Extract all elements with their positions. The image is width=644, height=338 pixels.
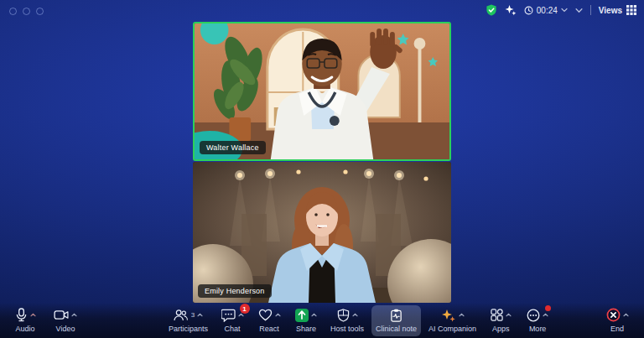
chevron-up-icon[interactable] [238, 313, 244, 317]
chat-bubble-icon [221, 309, 236, 322]
audio-button[interactable]: Audio [8, 305, 42, 336]
close-window-button[interactable] [9, 8, 17, 15]
video-tile-walter-wallace[interactable]: Walter Wallace [193, 22, 451, 161]
more-label: More [529, 325, 547, 333]
chevron-up-icon[interactable] [197, 313, 203, 317]
meeting-timer-value: 00:24 [537, 6, 558, 15]
end-label: End [610, 325, 624, 333]
react-button[interactable]: React [252, 305, 286, 336]
ai-companion-sparkle-icon[interactable] [505, 4, 517, 16]
chevron-up-icon[interactable] [352, 313, 358, 317]
video-label: Video [56, 325, 75, 333]
collapse-chevron-icon[interactable] [575, 8, 583, 13]
more-notification-dot [545, 305, 551, 311]
video-button[interactable]: Video [49, 305, 82, 336]
apps-label: Apps [492, 325, 510, 333]
ai-companion-button[interactable]: AI Companion [424, 305, 480, 336]
clinical-note-button[interactable]: Clinical note [371, 305, 421, 336]
chevron-up-icon[interactable] [543, 313, 548, 317]
end-button[interactable]: End [600, 305, 634, 336]
chat-label: Chat [225, 325, 241, 333]
toolbar-left-group: Audio Video [8, 305, 82, 336]
clock-icon [524, 6, 533, 15]
audio-label: Audio [15, 325, 34, 333]
share-button[interactable]: Share [289, 305, 323, 336]
chevron-up-icon[interactable] [311, 313, 317, 317]
chevron-up-icon[interactable] [459, 313, 465, 317]
ai-companion-label: AI Companion [428, 325, 476, 333]
more-button[interactable]: More [521, 305, 554, 336]
maximize-window-button[interactable] [36, 8, 44, 15]
participant-name-tag: Emily Henderson [198, 284, 272, 298]
video-feed-emily [193, 162, 451, 303]
meeting-toolbar: Audio Video [0, 303, 644, 338]
views-button[interactable]: Views [599, 5, 636, 15]
chevron-down-icon [561, 8, 568, 13]
clinical-note-icon [390, 309, 402, 322]
host-tools-button[interactable]: Host tools [326, 305, 368, 336]
chevron-up-icon[interactable] [506, 313, 512, 317]
grid-views-icon [626, 5, 636, 15]
ellipsis-icon [527, 309, 540, 322]
chevron-up-icon[interactable] [623, 313, 629, 317]
shield-icon [337, 309, 350, 322]
microphone-icon [15, 308, 28, 322]
security-shield-check-icon[interactable] [486, 4, 497, 16]
chat-button[interactable]: 1 Chat [216, 305, 249, 336]
end-call-icon [606, 308, 621, 322]
zoom-meeting-window: 00:24 Views [0, 0, 644, 338]
apps-button[interactable]: Apps [484, 305, 517, 336]
participant-name-tag: Walter Wallace [200, 141, 266, 154]
toolbar-center-group: 3 Participants 1 [164, 305, 554, 336]
participants-icon [174, 309, 188, 321]
minimize-window-button[interactable] [23, 8, 30, 15]
apps-icon [491, 309, 503, 321]
chevron-up-icon[interactable] [30, 313, 36, 317]
clinical-note-label: Clinical note [376, 325, 417, 333]
ai-sparkle-icon [441, 309, 456, 322]
share-label: Share [296, 325, 316, 333]
views-label: Views [599, 6, 622, 15]
toolbar-right-group: End [600, 305, 634, 336]
share-screen-icon [295, 309, 309, 322]
video-camera-icon [54, 309, 69, 320]
meeting-info-bar: 00:24 Views [486, 4, 636, 16]
participants-button[interactable]: 3 Participants [164, 305, 212, 336]
participants-count: 3 [191, 311, 195, 319]
divider [590, 5, 591, 15]
chevron-up-icon[interactable] [275, 313, 281, 317]
video-stage: Walter Wallace [193, 22, 451, 303]
meeting-timer[interactable]: 00:24 [524, 6, 568, 15]
react-label: React [259, 325, 279, 333]
window-controls [9, 8, 44, 15]
video-tile-emily-henderson[interactable]: Emily Henderson [193, 162, 451, 303]
heart-icon [258, 309, 273, 321]
participants-label: Participants [169, 325, 208, 333]
host-tools-label: Host tools [330, 325, 364, 333]
video-feed-walter [195, 23, 449, 159]
chevron-up-icon[interactable] [71, 313, 77, 317]
